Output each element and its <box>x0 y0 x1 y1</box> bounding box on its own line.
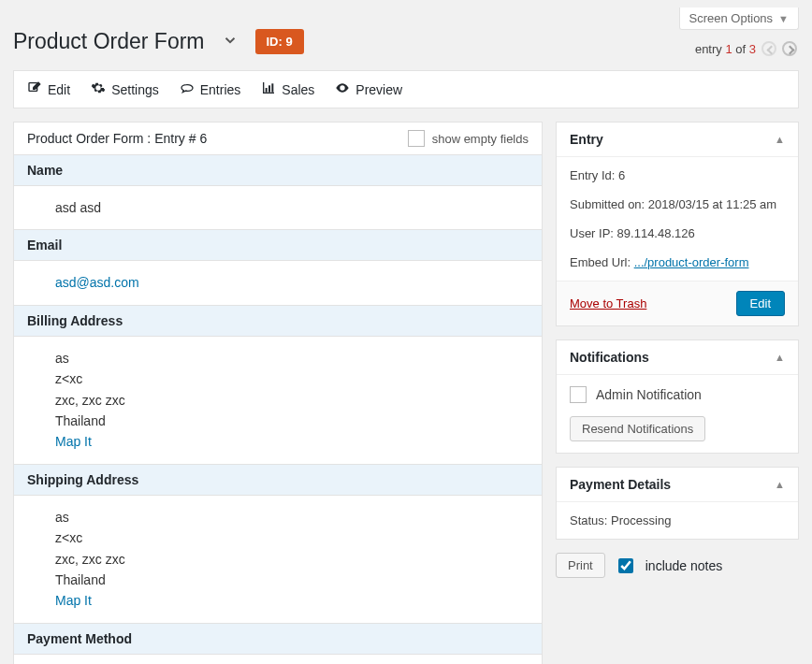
field-label-name: Name <box>14 154 542 186</box>
field-value-billing: as z<xc zxc, zxc zxc Thailand Map It <box>14 337 542 464</box>
form-toolbar: Edit Settings Entries Sales Preview <box>13 70 799 108</box>
bar-chart-icon <box>261 80 276 98</box>
field-label-shipping: Shipping Address <box>14 464 542 496</box>
entry-box-header[interactable]: Entry ▲ <box>557 123 798 157</box>
svg-rect-2 <box>263 93 274 94</box>
include-notes-label: include notes <box>645 558 723 573</box>
field-value-payment-method: PayPal <box>14 655 542 664</box>
pencil-icon <box>27 80 42 98</box>
user-ip-value: 89.114.48.126 <box>617 226 695 240</box>
speech-bubble-icon <box>180 80 195 98</box>
edit-entry-button[interactable]: Edit <box>736 291 785 316</box>
pager-of: of <box>735 42 746 56</box>
svg-rect-1 <box>263 82 264 94</box>
screen-options-button[interactable]: Screen Options ▼ <box>679 7 800 30</box>
next-entry-icon[interactable] <box>782 41 797 56</box>
toolbar-edit[interactable]: Edit <box>27 80 70 98</box>
show-empty-toggle[interactable]: show empty fields <box>408 130 529 147</box>
move-to-trash-link[interactable]: Move to Trash <box>570 296 646 310</box>
admin-notification-toggle[interactable]: Admin Notification <box>570 386 785 403</box>
entry-id-value: 6 <box>618 168 625 182</box>
entry-detail-panel: Product Order Form : Entry # 6 show empt… <box>13 122 543 664</box>
field-label-email: Email <box>14 229 542 261</box>
payment-status-value: Processing <box>611 513 671 527</box>
panel-title: Product Order Form : Entry # 6 <box>27 131 207 146</box>
toolbar-preview[interactable]: Preview <box>335 80 402 98</box>
collapse-icon: ▲ <box>775 479 785 490</box>
gear-icon <box>91 80 106 98</box>
checkbox-icon <box>570 386 587 403</box>
entry-meta-box: Entry ▲ Entry Id: 6 Submitted on: 2018/0… <box>556 122 799 326</box>
collapse-icon: ▲ <box>775 352 785 363</box>
print-button[interactable]: Print <box>556 553 605 578</box>
pager-current: 1 <box>725 42 732 56</box>
embed-url-link[interactable]: .../product-order-form <box>634 255 749 269</box>
payment-box-header[interactable]: Payment Details ▲ <box>557 468 798 502</box>
svg-rect-3 <box>266 88 268 93</box>
field-label-billing: Billing Address <box>14 305 542 337</box>
toolbar-sales[interactable]: Sales <box>261 80 314 98</box>
payment-details-box: Payment Details ▲ Status: Processing <box>556 467 799 540</box>
notifications-box-header[interactable]: Notifications ▲ <box>557 340 798 375</box>
field-value-shipping: as z<xc zxc, zxc zxc Thailand Map It <box>14 496 542 623</box>
pager-total: 3 <box>749 42 756 56</box>
toolbar-settings[interactable]: Settings <box>91 80 159 98</box>
toolbar-entries[interactable]: Entries <box>180 80 241 98</box>
prev-entry-icon <box>761 41 776 56</box>
pager-prefix: entry <box>695 42 722 56</box>
eye-icon <box>335 80 350 98</box>
resend-notifications-button[interactable]: Resend Notifications <box>570 416 705 441</box>
map-it-billing[interactable]: Map It <box>55 434 92 449</box>
screen-options-label: Screen Options <box>689 11 774 25</box>
field-label-payment-method: Payment Method <box>14 623 542 655</box>
collapse-icon: ▲ <box>775 134 785 145</box>
include-notes-checkbox[interactable] <box>618 558 633 573</box>
field-value-name: asd asd <box>14 186 542 229</box>
checkbox-icon <box>408 130 425 147</box>
svg-rect-4 <box>268 85 270 92</box>
chevron-down-icon: ▼ <box>778 13 789 24</box>
submitted-on-value: 2018/03/15 at 11:25 am <box>648 197 776 211</box>
svg-rect-5 <box>272 83 274 92</box>
field-value-email[interactable]: asd@asd.com <box>55 275 139 290</box>
notifications-box: Notifications ▲ Admin Notification Resen… <box>556 339 799 454</box>
map-it-shipping[interactable]: Map It <box>55 593 92 608</box>
svg-point-6 <box>341 87 344 90</box>
